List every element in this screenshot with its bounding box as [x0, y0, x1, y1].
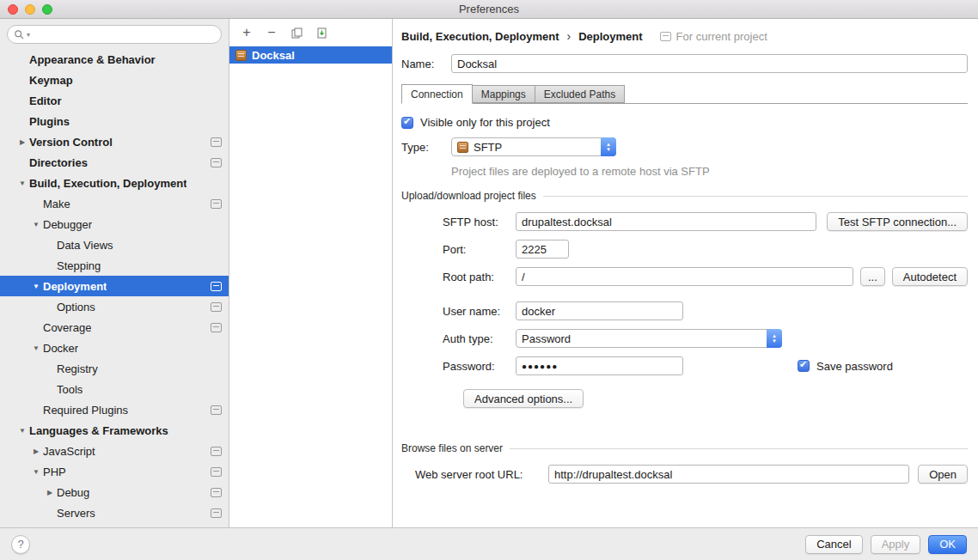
sidebar-item-make[interactable]: Make	[0, 193, 229, 214]
open-url-button[interactable]: Open	[918, 465, 968, 484]
remove-server-button[interactable]: −	[265, 26, 278, 40]
autodetect-button[interactable]: Autodetect	[892, 267, 968, 286]
dropdown-stepper-icon: ▲▼	[767, 329, 782, 348]
auth-type-label: Auth type:	[443, 332, 516, 345]
sidebar-item-languages-frameworks[interactable]: ▼Languages & Frameworks	[0, 420, 229, 441]
sidebar-item-directories[interactable]: Directories	[0, 152, 229, 173]
chevron-down-icon[interactable]: ▼	[29, 283, 43, 290]
breadcrumb-current: Deployment	[578, 30, 642, 43]
chevron-down-icon[interactable]: ▼	[15, 180, 29, 187]
per-project-settings-icon	[211, 467, 222, 477]
upload-section-title: Upload/download project files	[401, 190, 536, 202]
titlebar[interactable]: Preferences	[0, 0, 978, 19]
port-input[interactable]	[516, 240, 569, 259]
zoom-window-button[interactable]	[42, 4, 52, 15]
close-window-button[interactable]	[8, 4, 18, 15]
per-project-settings-icon	[211, 405, 222, 415]
sidebar-item-label: Required Plugins	[43, 404, 128, 417]
sidebar-item-label: Plugins	[29, 115, 70, 128]
password-input[interactable]	[516, 356, 683, 375]
root-path-input[interactable]	[516, 267, 853, 286]
test-sftp-connection-button[interactable]: Test SFTP connection...	[827, 212, 968, 231]
chevron-down-icon[interactable]: ▼	[15, 427, 29, 435]
sftp-host-input[interactable]	[516, 212, 816, 231]
sidebar-item-debugger[interactable]: ▼Debugger	[0, 214, 229, 234]
settings-content: Build, Execution, Deployment › Deploymen…	[393, 19, 978, 527]
add-server-button[interactable]: +	[240, 26, 254, 40]
breadcrumb-parent[interactable]: Build, Execution, Deployment	[401, 30, 559, 43]
sidebar-item-php[interactable]: ▼PHP	[0, 461, 229, 482]
sidebar-item-debug[interactable]: ▶Debug	[0, 482, 229, 502]
chevron-down-icon[interactable]: ▼	[29, 468, 43, 476]
chevron-right-icon[interactable]: ▶	[29, 447, 43, 455]
server-list: Docksal	[229, 43, 392, 64]
server-item-docksal[interactable]: Docksal	[229, 46, 392, 64]
help-button[interactable]: ?	[11, 535, 30, 554]
sidebar-item-appearance-behavior[interactable]: Appearance & Behavior	[0, 49, 229, 70]
sidebar-item-version-control[interactable]: ▶Version Control	[0, 131, 229, 152]
server-item-label: Docksal	[252, 49, 295, 62]
scope-label: For current project	[676, 30, 767, 43]
chevron-down-icon[interactable]: ▼	[29, 344, 43, 352]
browse-root-path-button[interactable]: ...	[860, 267, 885, 286]
auth-type-dropdown-value: Password	[522, 332, 571, 345]
sidebar-item-label: Tools	[57, 383, 83, 396]
sidebar-item-data-views[interactable]: Data Views	[0, 234, 229, 255]
password-label: Password:	[443, 360, 516, 373]
sidebar-item-label: Registry	[57, 362, 98, 375]
sidebar-item-required-plugins[interactable]: Required Plugins	[0, 399, 229, 420]
sidebar-item-docker[interactable]: ▼Docker	[0, 338, 229, 358]
visible-only-checkbox[interactable]	[401, 117, 413, 129]
tab-mappings[interactable]: Mappings	[472, 85, 535, 103]
type-dropdown[interactable]: SFTP ▲▼	[451, 137, 616, 156]
connection-tabs: ConnectionMappingsExcluded Paths	[401, 83, 968, 104]
chevron-right-icon[interactable]: ▶	[15, 138, 29, 146]
per-project-settings-icon	[211, 137, 222, 147]
sidebar-item-build-execution-deployment[interactable]: ▼Build, Execution, Deployment	[0, 173, 229, 193]
chevron-right-icon[interactable]: ▶	[43, 489, 57, 496]
sidebar-item-deployment[interactable]: ▼Deployment	[0, 276, 229, 296]
user-name-input[interactable]	[516, 301, 683, 320]
auth-type-dropdown[interactable]: Password ▲▼	[516, 329, 782, 348]
tab-excluded-paths[interactable]: Excluded Paths	[535, 85, 625, 103]
per-project-settings-icon	[211, 282, 222, 291]
sidebar-item-label: Docker	[43, 342, 78, 355]
sidebar-item-plugins[interactable]: Plugins	[0, 111, 229, 131]
sidebar-item-label: Directories	[29, 156, 88, 169]
ok-button[interactable]: OK	[928, 535, 967, 554]
sidebar-item-label: Coverage	[43, 321, 91, 334]
advanced-options-button[interactable]: Advanced options...	[463, 389, 584, 408]
copy-server-button[interactable]	[290, 26, 303, 40]
sidebar-item-keymap[interactable]: Keymap	[0, 70, 229, 90]
sidebar-item-options[interactable]: Options	[0, 296, 229, 317]
minimize-window-button[interactable]	[25, 4, 35, 15]
sidebar-item-coverage[interactable]: Coverage	[0, 317, 229, 338]
search-scope-caret-icon[interactable]: ▾	[27, 31, 30, 39]
tab-connection[interactable]: Connection	[401, 84, 473, 104]
name-input[interactable]	[451, 54, 968, 73]
user-name-label: User name:	[443, 305, 516, 318]
sidebar-item-javascript[interactable]: ▶JavaScript	[0, 441, 229, 461]
web-server-root-url-input[interactable]	[548, 465, 909, 484]
settings-search-input[interactable]: ▾	[7, 25, 222, 44]
sidebar-item-label: Appearance & Behavior	[29, 53, 156, 66]
sidebar-item-label: Languages & Frameworks	[29, 424, 168, 437]
per-project-settings-icon	[211, 302, 222, 312]
sidebar-item-stepping[interactable]: Stepping	[0, 255, 229, 276]
sidebar-item-editor[interactable]: Editor	[0, 90, 229, 111]
per-project-settings-icon	[211, 158, 222, 167]
apply-button[interactable]: Apply	[871, 535, 921, 554]
cancel-button[interactable]: Cancel	[805, 535, 862, 554]
chevron-down-icon[interactable]: ▼	[29, 221, 43, 228]
save-password-checkbox[interactable]	[798, 360, 810, 372]
save-password-label: Save password	[816, 360, 893, 373]
traffic-lights	[8, 4, 52, 15]
import-server-button[interactable]	[315, 26, 328, 40]
settings-tree: Appearance & BehaviorKeymapEditorPlugins…	[0, 49, 229, 527]
preferences-window: Preferences ▾ Appearance & BehaviorKeyma…	[0, 0, 978, 560]
sidebar-item-registry[interactable]: Registry	[0, 358, 229, 379]
section-divider	[510, 448, 968, 449]
sidebar-item-servers[interactable]: Servers	[0, 502, 229, 523]
sidebar-item-tools[interactable]: Tools	[0, 379, 229, 399]
port-label: Port:	[443, 243, 516, 256]
